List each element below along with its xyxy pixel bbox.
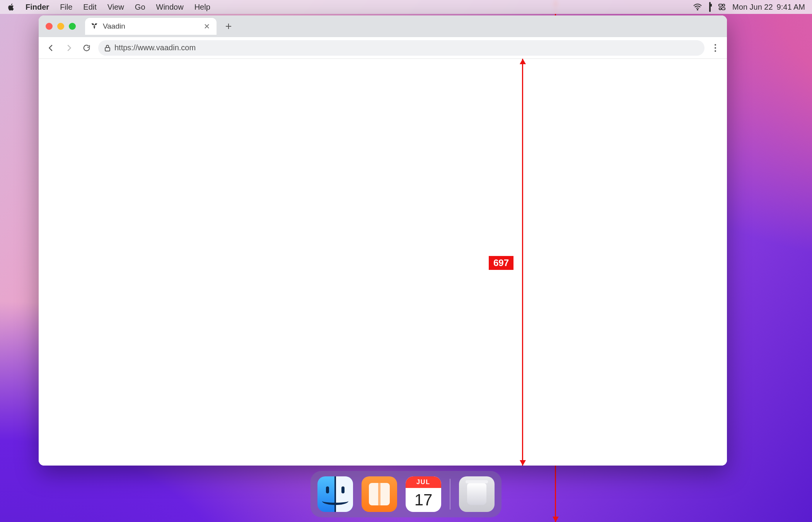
vaadin-favicon-icon [90, 22, 98, 30]
menu-help[interactable]: Help [189, 3, 216, 12]
dock-app-books[interactable] [362, 476, 397, 512]
dock-separator [450, 479, 450, 510]
browser-tab[interactable]: Vaadin [85, 18, 217, 35]
menu-file[interactable]: File [55, 3, 78, 12]
forward-button[interactable] [63, 42, 75, 54]
tab-title: Vaadin [103, 22, 198, 31]
browser-viewport: 697 [39, 59, 727, 466]
menubar-time[interactable]: 9:41 AM [777, 3, 805, 12]
svg-rect-5 [105, 48, 110, 51]
window-close-button[interactable] [46, 23, 53, 30]
menubar-date[interactable]: Mon Jun 22 [732, 3, 773, 12]
dock-trash[interactable] [459, 476, 495, 512]
tab-close-icon[interactable] [203, 24, 211, 29]
calendar-day-label: 17 [415, 488, 433, 512]
menu-go[interactable]: Go [130, 3, 151, 12]
dock-app-finder[interactable] [317, 476, 353, 512]
window-zoom-button[interactable] [69, 23, 76, 30]
reload-button[interactable] [80, 42, 93, 54]
browser-tabbar: Vaadin [39, 15, 727, 37]
address-bar[interactable]: https://www.vaadin.com [98, 40, 705, 56]
calendar-month-label: JUL [406, 476, 441, 488]
svg-rect-1 [719, 4, 722, 7]
dock: JUL 17 [310, 471, 502, 517]
window-minimize-button[interactable] [57, 23, 64, 30]
apple-menu-icon[interactable] [7, 3, 15, 11]
svg-point-0 [697, 9, 698, 10]
control-center-icon[interactable] [718, 3, 726, 11]
dock-app-calendar[interactable]: JUL 17 [406, 476, 441, 512]
battery-icon[interactable] [709, 3, 711, 12]
back-button[interactable] [45, 42, 57, 54]
browser-menu-button[interactable] [710, 44, 721, 52]
browser-window: Vaadin https://www.vaadin.com [39, 15, 727, 466]
lock-icon [104, 44, 111, 51]
svg-rect-3 [722, 8, 725, 10]
new-tab-button[interactable] [222, 20, 235, 33]
browser-toolbar: https://www.vaadin.com [39, 37, 727, 59]
svg-point-2 [723, 4, 725, 7]
url-text: https://www.vaadin.com [114, 43, 196, 52]
macos-menubar: Finder File Edit View Go Window Help Mon… [0, 0, 812, 14]
menu-edit[interactable]: Edit [78, 3, 102, 12]
window-controls [46, 23, 76, 30]
menu-view[interactable]: View [102, 3, 130, 12]
measurement-badge-697: 697 [489, 256, 513, 270]
app-menu-name[interactable]: Finder [23, 3, 55, 12]
menu-window[interactable]: Window [151, 3, 189, 12]
svg-point-4 [719, 8, 722, 10]
wifi-icon[interactable] [693, 3, 702, 11]
